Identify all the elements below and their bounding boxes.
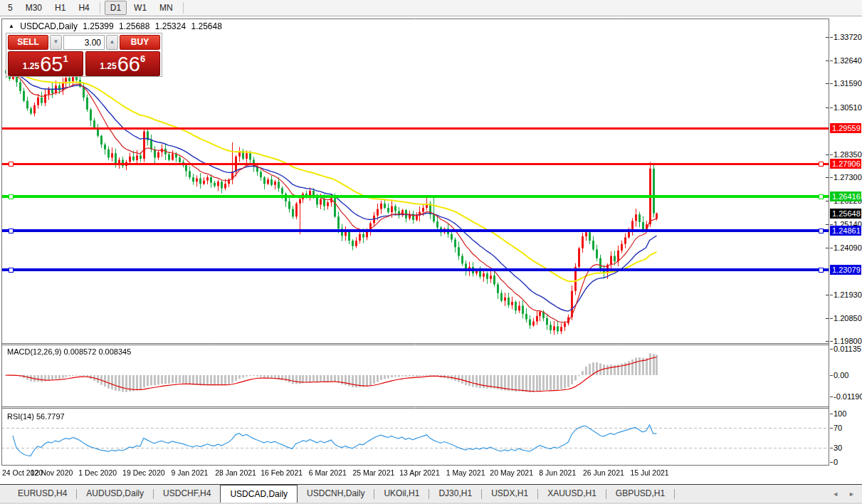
toolbar-separator [183, 2, 184, 14]
buy-big-figure: 1.25 [100, 61, 116, 71]
date-tick-label: 26 Jun 2021 [583, 468, 624, 477]
rsi-indicator-label: RSI(14) 56.7797 [7, 412, 65, 421]
rsi-tick-label: 0 [834, 458, 838, 466]
tab-scroll-right-icon[interactable]: ► [848, 490, 855, 498]
price-level-badge: 1.25648 [830, 209, 861, 219]
chart-symbol-label: USDCAD,Daily [20, 21, 78, 31]
date-tick-label: 12 Nov 2020 [31, 468, 73, 477]
sell-button[interactable]: SELL [8, 35, 48, 50]
price-level-badge: 1.29559 [830, 123, 861, 133]
date-tick-label: 16 Feb 2021 [261, 468, 303, 477]
chart-tab-dj30-h1[interactable]: DJ30,H1 [429, 485, 481, 503]
price-tick-label: 1.31590 [834, 79, 862, 88]
buy-pips: 66 [117, 53, 140, 75]
date-tick-label: 13 Apr 2021 [399, 468, 440, 477]
volume-increase-button[interactable]: ▲ [106, 35, 118, 50]
date-tick-label: 20 May 2021 [490, 468, 533, 477]
price-tick-label: 1.32640 [834, 56, 862, 65]
price-tick-label: 1.21930 [834, 290, 862, 299]
date-tick-label: 19 Dec 2020 [122, 468, 165, 477]
sell-big-figure: 1.25 [23, 61, 39, 71]
timeframe-button-d1[interactable]: D1 [105, 1, 127, 15]
price-tick-label: 1.20850 [834, 314, 862, 322]
timeframe-button-mn[interactable]: MN [154, 1, 179, 15]
ohlc-close: 1.25648 [191, 21, 222, 31]
collapse-panel-icon[interactable]: ▲ [9, 23, 14, 29]
chart-tab-usdchf-h4[interactable]: USDCHF,H4 [154, 485, 220, 503]
price-tick-label: 1.33720 [834, 33, 862, 41]
tab-separator [674, 489, 675, 499]
ohlc-high: 1.25688 [119, 21, 149, 31]
buy-button[interactable]: BUY [120, 35, 160, 50]
rsi-tick-label: 100 [834, 409, 846, 418]
timeframe-toolbar: 5M30H1H4D1W1MN [0, 0, 862, 16]
sell-price-box[interactable]: 1.25 65 1 [8, 51, 83, 76]
timeframe-button-h4[interactable]: H4 [73, 1, 95, 15]
date-tick-label: 1 May 2021 [446, 468, 485, 477]
timeframe-button-h1[interactable]: H1 [49, 1, 71, 15]
price-level-badge: 1.27906 [830, 159, 861, 169]
rsi-tick-label: 70 [834, 424, 842, 432]
volume-input[interactable] [63, 35, 105, 50]
chart-tab-bar: EURUSD,H4AUDUSD,DailyUSDCHF,H4USDCAD,Dai… [0, 484, 862, 503]
price-tick-label: 1.24090 [834, 243, 862, 252]
timeframe-button-w1[interactable]: W1 [128, 1, 152, 15]
date-tick-label: 8 Jun 2021 [539, 468, 576, 477]
macd-tick-label: 0.00 [834, 371, 848, 379]
buy-pipette: 6 [140, 53, 145, 64]
tab-scroll-arrows: ◄► [832, 485, 862, 503]
price-tick-label: 1.28350 [834, 150, 862, 159]
one-click-trade-panel: SELL ▼ ▲ BUY 1.25 65 1 1.25 66 6 [6, 33, 162, 77]
rsi-tick-label: 30 [834, 443, 842, 452]
chart-window: ▲ USDCAD,Daily 1.25399 1.25688 1.25324 1… [0, 17, 862, 484]
date-tick-label: 28 Jan 2021 [215, 468, 256, 477]
date-tick-label: 25 Mar 2021 [352, 468, 394, 477]
macd-indicator-label: MACD(12,26,9) 0.008572 0.008345 [7, 347, 131, 356]
price-tick-label: 1.30510 [834, 103, 862, 112]
ohlc-open: 1.25399 [83, 21, 113, 31]
buy-price-box[interactable]: 1.25 66 6 [85, 51, 161, 76]
chart-tab-usdcad-daily[interactable]: USDCAD,Daily [220, 485, 298, 503]
chart-tab-xauusd-h1[interactable]: XAUUSD,H1 [538, 485, 606, 503]
chart-title: ▲ USDCAD,Daily 1.25399 1.25688 1.25324 1… [9, 21, 225, 31]
price-chart-canvas[interactable] [1, 19, 829, 467]
volume-decrease-button[interactable]: ▼ [50, 35, 62, 50]
chart-tab-gbpusd-h1[interactable]: GBPUSD,H1 [606, 485, 674, 503]
price-level-badge: 1.24861 [830, 226, 861, 236]
price-tick-label: 1.27300 [834, 173, 862, 182]
price-axis: 1.337201.326401.315901.305101.283501.273… [829, 17, 862, 484]
chart-tab-usdcnh-daily[interactable]: USDCNH,Daily [298, 485, 374, 503]
ohlc-low: 1.25324 [155, 21, 186, 31]
chart-tab-eurusd-h4[interactable]: EURUSD,H4 [9, 485, 76, 503]
date-tick-label: 6 Mar 2021 [309, 468, 347, 477]
macd-tick-label: -0.011904 [834, 392, 862, 401]
timeframe-button-m30[interactable]: M30 [20, 1, 48, 15]
chart-tab-ukoil-h1[interactable]: UKOil,H1 [374, 485, 429, 503]
price-level-badge: 1.26416 [830, 191, 861, 201]
toolbar-separator [100, 2, 100, 14]
chart-tab-audusd-daily[interactable]: AUDUSD,Daily [77, 485, 153, 503]
sell-pips: 65 [40, 53, 63, 75]
macd-tick-label: 0.01135 [834, 345, 861, 353]
timeframe-button-5[interactable]: 5 [2, 1, 19, 15]
price-level-badge: 1.23079 [830, 265, 861, 275]
tab-scroll-left-icon[interactable]: ◄ [832, 490, 839, 498]
sell-pipette: 1 [63, 53, 68, 64]
date-tick-label: 9 Jan 2021 [171, 468, 208, 477]
date-tick-label: 15 Jul 2021 [630, 468, 668, 477]
date-tick-label: 1 Dec 2020 [78, 468, 117, 477]
chart-tab-usdx-h1[interactable]: USDX,H1 [482, 485, 537, 503]
